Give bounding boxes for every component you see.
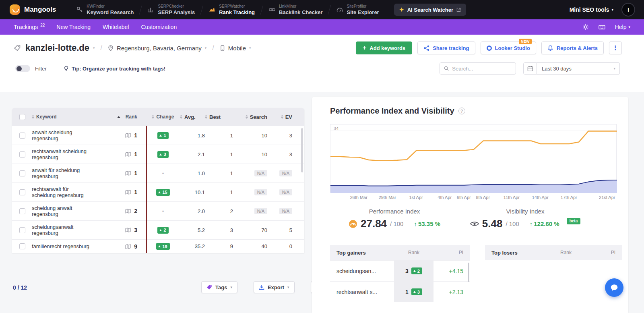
keyword-row[interactable]: anwalt für scheidung regensburg 1 • 1.0 … <box>12 164 304 182</box>
table-footer-actions: Tags ▾ Export ▾ <box>201 281 324 293</box>
search-icon <box>444 66 449 71</box>
map-icon <box>125 152 131 157</box>
column-header-avg[interactable]: Avg. <box>180 114 205 120</box>
date-range-group: Last 30 days ▾ <box>523 62 620 75</box>
user-avatar[interactable]: I <box>622 4 634 16</box>
rank-change-up-badge: 19 <box>156 243 169 250</box>
keyword-row[interactable]: rechtsanwalt scheidung regensburg 1 3 2.… <box>12 145 304 164</box>
share-tracking-button[interactable]: Share tracking <box>417 41 475 54</box>
row-checkbox[interactable] <box>19 243 25 249</box>
row-checkbox[interactable] <box>19 133 25 139</box>
table-scrollbar[interactable] <box>301 128 303 172</box>
chat-widget-button[interactable] <box>605 278 623 297</box>
sort-icon <box>180 115 182 119</box>
link-icon <box>269 6 275 13</box>
mangools-logo-icon <box>10 4 20 15</box>
tags-button[interactable]: Tags ▾ <box>201 281 237 293</box>
column-header-change[interactable]: Change <box>146 114 180 120</box>
column-header-best[interactable]: Best <box>205 114 233 120</box>
help-icon[interactable]: ? <box>458 108 465 114</box>
row-checkbox[interactable] <box>19 151 25 158</box>
keyword-row[interactable]: scheidung anwalt regensburg 2 • 2.0 2 N/… <box>12 201 304 220</box>
x-axis-label: 26th Mar <box>350 195 367 200</box>
nav-whitelabel[interactable]: Whitelabel <box>103 24 129 30</box>
chart-x-axis: 26th Mar29th Mar1st Apr4th Apr6th Apr8th… <box>330 195 617 201</box>
mini-seo-tools-dropdown[interactable]: Mini SEO tools ▾ <box>570 6 613 13</box>
reports-alerts-button[interactable]: Reports & Alerts <box>541 41 604 54</box>
row-checkbox[interactable] <box>19 170 25 176</box>
rank-tracking-icon <box>209 6 215 13</box>
filter-toggle[interactable] <box>15 65 30 72</box>
rank-change-up-badge: 2 <box>411 267 422 274</box>
keyword-table: Keyword Rank Change Avg. Best Search EV … <box>12 108 304 253</box>
app-kwfinder[interactable]: KWFinderKeyword Research <box>70 0 140 19</box>
tracking-domain-dropdown[interactable]: kanzlei-lotte.de ▾ <box>25 43 95 53</box>
column-header-rank[interactable]: Rank <box>111 114 146 120</box>
chevron-down-icon: ▾ <box>205 46 207 50</box>
sort-icon <box>246 115 248 119</box>
organize-tags-tip-link[interactable]: Tip: Organize your tracking with tags! <box>64 66 165 72</box>
chart-plot: 34 <box>330 124 617 193</box>
app-linkminer[interactable]: LinkMinerBacklink Checker <box>262 0 329 19</box>
keyword-row[interactable]: familienrecht regensburg 9 19 35.2 9 40 … <box>12 239 304 253</box>
gainer-row[interactable]: scheidungsan... 3 2 +4.15 <box>330 260 470 281</box>
x-axis-label: 8th Apr <box>476 195 490 200</box>
performance-index-value: 27.84 <box>361 218 387 230</box>
add-keywords-button[interactable]: + Add keywords <box>356 41 412 54</box>
bar-chart-icon <box>148 6 154 13</box>
nav-right: Help ▾ <box>582 24 630 30</box>
export-button[interactable]: Export ▾ <box>254 281 295 293</box>
date-range-select[interactable]: Last 30 days ▾ <box>537 62 620 75</box>
calendar-button[interactable] <box>523 62 537 75</box>
gainer-row[interactable]: rechtsanwalt s... 1 3 +2.13 <box>330 281 470 302</box>
row-checkbox[interactable] <box>19 208 25 214</box>
app-siteprofiler[interactable]: SiteProfilerSite Explorer <box>330 0 386 19</box>
arrow-up-icon <box>159 229 162 231</box>
gainers-scrollbar[interactable] <box>468 263 469 282</box>
sort-icon <box>281 115 283 119</box>
select-all-checkbox[interactable] <box>19 114 25 120</box>
nav-customization[interactable]: Customization <box>141 24 177 30</box>
x-axis-label: 11th Apr <box>504 195 520 200</box>
ai-search-watcher-button[interactable]: AI Search Watcher <box>394 4 466 16</box>
row-checkbox[interactable] <box>19 189 25 195</box>
keyword-row[interactable]: rechtsanwalt für scheidung regensburg 1 … <box>12 182 304 201</box>
arrow-up-icon: ↑ <box>530 220 533 227</box>
row-checkbox[interactable] <box>19 227 25 233</box>
top-losers-header: Top losers Rank PI <box>485 245 622 260</box>
app-serpwatcher[interactable]: SERPWatcherRank Tracking <box>202 0 262 19</box>
column-header-ev[interactable]: EV <box>267 114 292 120</box>
x-axis-label: 6th Apr <box>457 195 471 200</box>
x-axis-label: 17th Apr <box>561 195 577 200</box>
brand-name: Mangools <box>24 6 56 14</box>
more-options-button[interactable]: ⋮ <box>609 41 622 54</box>
gauge-icon <box>336 6 343 13</box>
column-header-search[interactable]: Search <box>233 114 267 120</box>
column-header-keyword[interactable]: Keyword <box>32 114 111 120</box>
mangools-logo[interactable]: Mangools <box>10 4 56 15</box>
no-change-dot: • <box>162 170 164 176</box>
nav-help[interactable]: Help ▾ <box>615 24 630 30</box>
sort-icon <box>32 115 34 119</box>
settings-icon[interactable] <box>582 24 589 30</box>
table-header-row: Keyword Rank Change Avg. Best Search EV <box>12 108 304 126</box>
keyword-row[interactable]: anwalt scheidung regensburg 1 1 1.8 1 10… <box>12 126 304 145</box>
location-dropdown[interactable]: Regensburg, Bavaria, Germany ▾ <box>108 45 206 52</box>
app-serpchecker[interactable]: SERPCheckerSERP Analysis <box>141 0 202 19</box>
key-icon <box>76 6 83 13</box>
topbar-right: Mini SEO tools ▾ I <box>570 4 634 16</box>
keyword-row[interactable]: scheidungsanwalt regensburg 3 2 5.2 3 70… <box>12 220 304 239</box>
search-input[interactable] <box>452 66 512 72</box>
external-link-icon <box>456 8 461 12</box>
nav-trackings[interactable]: Trackings22 <box>14 24 44 30</box>
keyboard-shortcuts-icon[interactable] <box>599 24 605 30</box>
download-icon <box>259 284 264 290</box>
visibility-delta: ↑ 122.60 % <box>530 220 559 227</box>
map-icon <box>125 209 131 214</box>
visibility-index-stat: Visibility Index 5.48 / 100 ↑ 122.60 % b… <box>461 208 590 230</box>
chevron-down-icon: ▾ <box>93 46 95 50</box>
performance-delta: ↑ 53.35 % <box>414 220 440 227</box>
looker-studio-button[interactable]: Looker Studio NEW <box>481 41 536 54</box>
device-dropdown[interactable]: Mobile ▾ <box>220 45 251 52</box>
nav-new-tracking[interactable]: New Tracking <box>56 24 91 30</box>
